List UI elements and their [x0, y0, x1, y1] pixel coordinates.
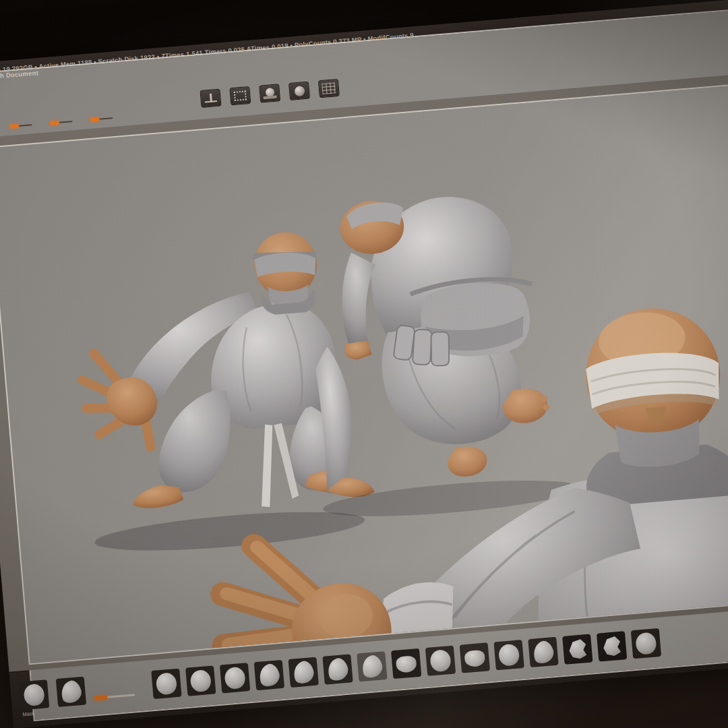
- brush-alpha-icon: [325, 656, 351, 682]
- zbrush-window: ZBrush Document • Free Mem 19.293GB • Ac…: [0, 0, 728, 728]
- brush-alpha-icon: [635, 632, 657, 655]
- slider-handle[interactable]: [49, 120, 59, 125]
- brush-thumbnail[interactable]: [459, 642, 489, 673]
- polyf-icon: [319, 79, 339, 96]
- brush-alpha-icon: [256, 662, 282, 688]
- brush-alpha-icon: [23, 684, 45, 706]
- brush-thumbnail[interactable]: [562, 634, 593, 665]
- brush-alpha-icon: [224, 667, 246, 690]
- brush-alpha-icon: [464, 650, 485, 667]
- brush-alpha-icon: [189, 669, 212, 692]
- brush-alpha-icon: [429, 649, 452, 672]
- sculpt-canvas[interactable]: [0, 67, 728, 672]
- brush-alpha-icon: [395, 655, 417, 673]
- brush-thumbnail[interactable]: [425, 646, 455, 676]
- brush-thumbnail[interactable]: [357, 651, 387, 681]
- document-area[interactable]: [0, 76, 728, 665]
- brush-thumbnail[interactable]: [390, 648, 421, 679]
- brush-thumbnail[interactable]: [185, 665, 216, 696]
- photo-of-monitor: ZBrush Document • Free Mem 19.293GB • Ac…: [0, 0, 728, 728]
- brush-thumbnail[interactable]: [493, 640, 524, 670]
- brush-thumbnail[interactable]: [288, 657, 318, 688]
- sculpted-figures: [0, 78, 728, 664]
- brush-alpha-icon: [291, 659, 316, 686]
- brush-alpha-icon: [566, 638, 588, 661]
- transp-icon: [260, 84, 280, 102]
- ghost-button[interactable]: [289, 81, 310, 100]
- brush-alpha-icon: [155, 672, 177, 695]
- brush-thumbnail[interactable]: [18, 679, 49, 710]
- brush-thumbnail[interactable]: [55, 677, 86, 707]
- brush-alpha-icon: [497, 644, 520, 667]
- slider-handle[interactable]: [90, 117, 99, 121]
- brush-thumbnail[interactable]: [528, 637, 558, 667]
- brush-alpha-icon: [359, 653, 384, 679]
- title-bar: ZBrush Document • Free Mem 19.293GB • Ac…: [0, 0, 728, 82]
- floor-button[interactable]: [200, 88, 221, 107]
- brush-alpha-icon: [601, 635, 623, 658]
- brush-thumbnail[interactable]: [219, 663, 249, 693]
- brush-alpha-icon: [58, 679, 84, 705]
- brush-alpha-icon: [530, 639, 555, 665]
- frame-icon: [230, 87, 250, 104]
- slider-handle[interactable]: [9, 123, 19, 128]
- brush-thumbnail[interactable]: [322, 654, 353, 684]
- brush-thumbnail[interactable]: [151, 669, 181, 699]
- brush-thumbnail[interactable]: [630, 628, 661, 659]
- brush-thumbnail[interactable]: [596, 631, 626, 661]
- transp-button[interactable]: [259, 84, 280, 102]
- polyf-button[interactable]: [318, 78, 340, 97]
- floor-icon: [200, 89, 220, 107]
- frame-button[interactable]: [229, 86, 251, 104]
- ghost-icon: [289, 82, 309, 99]
- brush-thumbnail[interactable]: [253, 660, 284, 690]
